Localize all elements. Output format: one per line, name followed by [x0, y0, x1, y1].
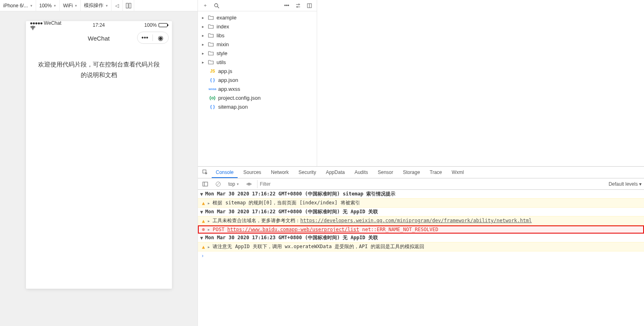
console-error-row[interactable]: ⊗▸POST https://www.baidu.comapp-web/user…: [198, 225, 644, 234]
devtools-tab-sensor[interactable]: Sensor: [374, 167, 397, 178]
file-search-button[interactable]: [212, 1, 221, 11]
folder-label: style: [217, 50, 228, 56]
chevron-down-icon: ▼: [200, 235, 204, 241]
plus-icon: ＋: [203, 2, 208, 9]
file-label: app.json: [218, 77, 238, 83]
console-group-title: Mon Mar 30 2020 17:16:22 GMT+0800 (中国标准时…: [205, 191, 395, 197]
console-message-text: 根据 sitemap 的规则[0]，当前页面 [index/index] 将被索…: [213, 199, 360, 206]
chevron-right-icon: ▸: [207, 200, 210, 206]
sim-action-label: 模拟操作: [84, 2, 103, 9]
error-icon: ⊗: [202, 227, 205, 232]
file-tree[interactable]: ▸example▸index▸libs▸mixin▸style▸utilsJSa…: [198, 11, 317, 166]
folder-mixin[interactable]: ▸mixin: [198, 40, 317, 49]
signal-icon: ●●●●●: [30, 20, 43, 26]
back-button[interactable]: ◁: [112, 0, 123, 11]
devtools-tab-console[interactable]: Console: [212, 167, 238, 178]
file-project.config.json[interactable]: {o}project.config.json: [198, 93, 317, 102]
console-output[interactable]: ▼Mon Mar 30 2020 17:16:22 GMT+0800 (中国标准…: [198, 190, 644, 326]
folder-utils[interactable]: ▸utils: [198, 58, 317, 66]
sim-action-select[interactable]: 模拟操作 ▾: [81, 0, 112, 11]
devtools-tab-appdata[interactable]: AppData: [322, 167, 349, 178]
folder-style[interactable]: ▸style: [198, 49, 317, 58]
file-app.wxss[interactable]: wxssapp.wxss: [198, 84, 317, 93]
layout-icon: [126, 3, 131, 9]
devtools-tab-storage[interactable]: Storage: [399, 167, 424, 178]
file-split-button[interactable]: [305, 1, 314, 11]
file-settings-button[interactable]: [293, 1, 303, 11]
clock-label: 17:24: [76, 22, 122, 28]
more-icon: •••: [284, 3, 290, 9]
sliders-icon: [295, 3, 301, 9]
devtools-tab-trace[interactable]: Trace: [426, 167, 446, 178]
devtools-toggle-button[interactable]: [200, 167, 210, 177]
chevron-down-icon: ▾: [75, 4, 77, 8]
devtools: ConsoleSourcesNetworkSecurityAppDataAudi…: [198, 166, 644, 326]
devtools-tab-security[interactable]: Security: [294, 167, 320, 178]
svg-line-4: [217, 6, 219, 8]
console-message-text: 工具未检查合法域名，更多请参考文档：https://developers.wei…: [213, 217, 532, 224]
target-icon: ◉: [158, 34, 163, 42]
console-group-header[interactable]: ▼Mon Mar 30 2020 17:16:22 GMT+0800 (中国标准…: [198, 208, 644, 216]
chevron-right-icon: ▸: [202, 24, 205, 29]
zoom-select[interactable]: 100% ▾: [36, 0, 60, 11]
folder-icon: [208, 24, 214, 29]
inspect-icon: [202, 169, 208, 175]
console-group-header[interactable]: ▼Mon Mar 30 2020 17:16:22 GMT+0800 (中国标准…: [198, 190, 644, 198]
capsule-more-button[interactable]: •••: [137, 34, 153, 41]
search-icon: [214, 3, 219, 9]
device-select[interactable]: iPhone 6/... ▾: [0, 0, 36, 11]
console-group-header[interactable]: ▼Mon Mar 30 2020 17:16:23 GMT+0800 (中国标准…: [198, 234, 644, 242]
console-message-text: 请注意无 AppID 关联下，调用 wx.operateWXData 是受限的，…: [213, 243, 424, 250]
doc-link[interactable]: https://developers.weixin.qq.com/minipro…: [300, 218, 532, 223]
file-app.json[interactable]: { }app.json: [198, 75, 317, 84]
folder-libs[interactable]: ▸libs: [198, 31, 317, 40]
folder-example[interactable]: ▸example: [198, 13, 317, 22]
phone-frame: ●●●●● WeChat 17:24 100% WeChat: [26, 21, 172, 289]
console-warning-row[interactable]: ▲▸根据 sitemap 的规则[0]，当前页面 [index/index] 将…: [198, 198, 644, 208]
capsule-close-button[interactable]: ◉: [153, 34, 168, 42]
svg-point-8: [297, 6, 298, 7]
folder-icon: [208, 41, 214, 47]
new-file-button[interactable]: ＋: [200, 1, 210, 11]
console-warning-row[interactable]: ▲▸请注意无 AppID 关联下，调用 wx.operateWXData 是受限…: [198, 242, 644, 251]
layout-button[interactable]: [123, 0, 134, 11]
context-select[interactable]: top ▾: [226, 180, 241, 188]
back-icon: ◁: [115, 3, 119, 9]
battery-pct-label: 100%: [144, 22, 157, 28]
devtools-tab-network[interactable]: Network: [267, 167, 293, 178]
folder-icon: [208, 32, 214, 38]
eye-icon: [246, 181, 252, 187]
json-file-icon: { }: [209, 104, 216, 109]
filter-input[interactable]: [257, 180, 375, 188]
chevron-right-icon: ▸: [202, 60, 205, 64]
console-warning-row[interactable]: ▲▸工具未检查合法域名，更多请参考文档：https://developers.w…: [198, 216, 644, 225]
chevron-down-icon: ▾: [106, 4, 108, 8]
file-app.js[interactable]: JSapp.js: [198, 66, 317, 75]
devtools-tab-wxml[interactable]: Wxml: [448, 167, 468, 178]
context-label: top: [228, 181, 235, 187]
nav-bar: WeChat ••• ◉: [26, 29, 172, 47]
svg-rect-0: [126, 3, 128, 8]
log-level-select[interactable]: Default levels ▾: [609, 181, 642, 187]
chevron-right-icon: ▸: [202, 51, 205, 56]
clear-console-button[interactable]: [213, 179, 223, 189]
console-error-text: POST https://www.baidu.comapp-web/userpr…: [213, 227, 438, 232]
wxss-file-icon: wxss: [209, 87, 216, 91]
chevron-right-icon: ▸: [202, 33, 205, 38]
console-prompt[interactable]: ›: [198, 251, 644, 260]
network-select[interactable]: WiFi ▾: [60, 0, 81, 11]
status-bar: ●●●●● WeChat 17:24 100%: [26, 21, 172, 29]
folder-label: libs: [217, 32, 225, 39]
svg-point-16: [248, 183, 250, 185]
live-expression-button[interactable]: [244, 179, 254, 189]
folder-index[interactable]: ▸index: [198, 22, 317, 31]
devtools-tab-audits[interactable]: Audits: [350, 167, 372, 178]
devtools-tab-sources[interactable]: Sources: [239, 167, 265, 178]
file-more-button[interactable]: •••: [282, 1, 292, 11]
request-url-link[interactable]: https://www.baidu.comapp-web/userproject…: [228, 227, 359, 232]
file-toolbar: ＋ •••: [198, 0, 317, 11]
sidebar-toggle-button[interactable]: [200, 179, 210, 189]
file-sitemap.json[interactable]: { }sitemap.json: [198, 102, 317, 111]
warning-icon: ▲: [202, 200, 205, 206]
folder-label: utils: [217, 59, 226, 65]
